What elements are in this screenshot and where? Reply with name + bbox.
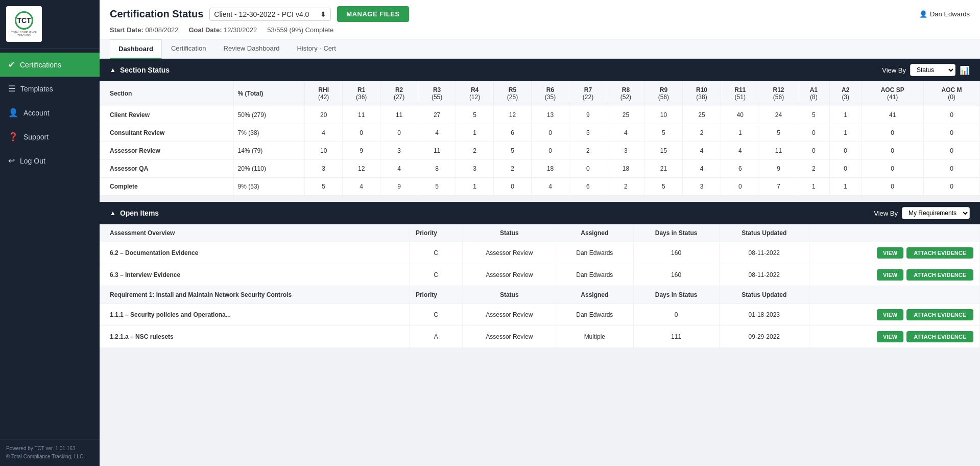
open-items-row: 1.1.1 – Security policies and Operationa… [100, 304, 980, 326]
cell-r1: 0 [343, 124, 380, 142]
oi-status: Assessor Review [463, 264, 556, 286]
oi-status: Assessor Review [463, 326, 556, 348]
cell-aoc-sp: 0 [862, 142, 924, 160]
oi-status: Assessor Review [463, 304, 556, 326]
oi-days: 160 [633, 264, 719, 286]
view-button[interactable]: VIEW [877, 309, 903, 320]
cell-r4: 1 [456, 124, 494, 142]
view-button[interactable]: VIEW [877, 269, 903, 281]
cell-r1: 11 [343, 106, 380, 124]
cell-a2: 1 [830, 106, 862, 124]
attach-evidence-button[interactable]: ATTACH EVIDENCE [906, 309, 973, 320]
view-by-area: View By Status Reviewer Section 📊 [882, 64, 970, 76]
oi-assigned: Dan Edwards [556, 242, 633, 264]
cell-pct: 14% (79) [233, 142, 305, 160]
cell-r6: 13 [532, 106, 569, 124]
cert-selector[interactable]: Client - 12-30-2022 - PCI v4.0 ⬍ [209, 8, 331, 21]
sidebar-item-label: Log Out [20, 157, 45, 165]
sidebar-item-account[interactable]: 👤 Account [0, 101, 100, 125]
cell-r11: 4 [721, 142, 759, 160]
cell-r6: 18 [532, 160, 569, 178]
cert-select[interactable]: Client - 12-30-2022 - PCI v4.0 [214, 10, 317, 18]
tab-certification[interactable]: Certification [163, 39, 214, 58]
col-a1: A1(8) [798, 81, 829, 106]
cell-rhi: 3 [305, 160, 343, 178]
col-aoc-sp: AOC SP(41) [862, 81, 924, 106]
cell-r8: 2 [607, 178, 644, 196]
col-r4: R4(12) [456, 81, 494, 106]
open-items-collapse-icon[interactable]: ▲ [110, 209, 116, 217]
progress-text: 53/559 (9%) Complete [267, 26, 333, 34]
open-items-group-header: Requirement 1: Install and Maintain Netw… [100, 286, 980, 304]
tab-review-dashboard[interactable]: Review Dashboard [216, 39, 288, 58]
table-header-row: Section % (Total) RHI(42) R1(36) R2(27) … [100, 81, 980, 106]
cell-aoc-m: 0 [923, 160, 979, 178]
oi-name: 6.3 – Interview Evidence [100, 264, 409, 286]
sidebar-item-logout[interactable]: ↩ Log Out [0, 149, 100, 173]
oi-name: 1.2.1.a – NSC rulesets [100, 326, 409, 348]
logo-circle: TCT [15, 11, 33, 30]
tab-dashboard[interactable]: Dashboard [110, 39, 162, 59]
sidebar-item-support[interactable]: ❓ Support [0, 125, 100, 149]
open-items-table-wrap: Assessment Overview Priority Status Assi… [100, 224, 980, 348]
attach-evidence-button[interactable]: ATTACH EVIDENCE [906, 331, 973, 342]
sidebar-item-label: Account [23, 109, 50, 117]
section-status-table: Section % (Total) RHI(42) R1(36) R2(27) … [100, 81, 980, 196]
footer-line2: © Total Compliance Tracking, LLC [6, 453, 93, 461]
cell-r5: 0 [494, 178, 532, 196]
open-items-view-by-select[interactable]: My Requirements All Requirements By Sect… [902, 207, 970, 219]
cell-r1: 4 [343, 178, 380, 196]
attach-evidence-button[interactable]: ATTACH EVIDENCE [906, 269, 973, 281]
tab-history-cert[interactable]: History - Cert [289, 39, 344, 58]
logo-area: TCT TOTAL COMPLIANCE TRACKING [0, 0, 100, 49]
table-row: Complete 9% (53) 5 4 9 5 1 0 4 6 2 5 3 0… [100, 178, 980, 196]
footer-line1: Powered by TCT ver. 1.01.163 [6, 445, 93, 453]
view-by-select[interactable]: Status Reviewer Section [910, 64, 955, 76]
oi-name: 1.1.1 – Security policies and Operationa… [100, 304, 409, 326]
logo-box: TCT TOTAL COMPLIANCE TRACKING [6, 6, 42, 42]
view-button[interactable]: VIEW [877, 247, 903, 259]
account-icon: 👤 [8, 108, 18, 118]
cell-r3: 8 [418, 160, 456, 178]
sidebar-item-certifications[interactable]: ✔ Certifications [0, 53, 100, 77]
collapse-arrow-icon[interactable]: ▲ [110, 66, 116, 74]
cell-r12: 5 [759, 124, 798, 142]
main-area: Certification Status Client - 12-30-2022… [100, 0, 980, 466]
cell-r5: 6 [494, 124, 532, 142]
sidebar-item-templates[interactable]: ☰ Templates [0, 77, 100, 101]
table-row: Assessor QA 20% (110) 3 12 4 8 3 2 18 0 … [100, 160, 980, 178]
open-items-group-header: Assessment Overview Priority Status Assi… [100, 224, 980, 242]
cell-pct: 20% (110) [233, 160, 305, 178]
cell-r12: 11 [759, 142, 798, 160]
cell-r7: 9 [569, 106, 607, 124]
cell-r10: 3 [682, 178, 721, 196]
cell-r9: 10 [644, 106, 682, 124]
sidebar-item-label: Support [23, 133, 49, 141]
cell-r6: 4 [532, 178, 569, 196]
cell-a2: 1 [830, 178, 862, 196]
col-r3: R3(55) [418, 81, 456, 106]
group-label: Assessment Overview [100, 224, 409, 242]
open-items-title: Open Items [120, 209, 159, 217]
cell-r2: 11 [380, 106, 418, 124]
cell-r4: 1 [456, 178, 494, 196]
view-button[interactable]: VIEW [877, 331, 903, 342]
cell-pct: 9% (53) [233, 178, 305, 196]
manage-files-button[interactable]: MANAGE FILES [337, 6, 409, 22]
open-items-view-by-area: View By My Requirements All Requirements… [874, 207, 970, 219]
col-r7: R7(22) [569, 81, 607, 106]
table-row: Consultant Review 7% (38) 4 0 0 4 1 6 0 … [100, 124, 980, 142]
chart-icon[interactable]: 📊 [960, 65, 970, 75]
cell-r5: 2 [494, 160, 532, 178]
cell-a2: 0 [830, 142, 862, 160]
col-status-header: Status [463, 224, 556, 242]
col-assigned-header: Assigned [556, 286, 633, 304]
oi-actions: VIEW ATTACH EVIDENCE [809, 326, 979, 348]
attach-evidence-button[interactable]: ATTACH EVIDENCE [906, 247, 973, 259]
cell-r8: 18 [607, 160, 644, 178]
cell-r2: 0 [380, 124, 418, 142]
goal-date-label: Goal Date: 12/30/2022 [188, 26, 257, 34]
cell-r9: 5 [644, 178, 682, 196]
section-status-title: Section Status [120, 66, 170, 74]
cell-r11: 6 [721, 160, 759, 178]
